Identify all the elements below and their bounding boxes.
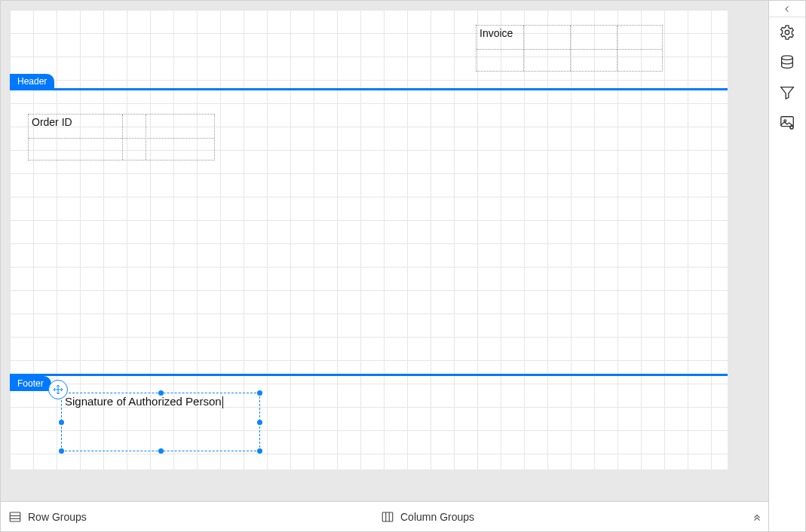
svg-rect-0: [10, 512, 20, 521]
side-panel: [769, 1, 805, 531]
svg-point-6: [785, 30, 789, 35]
textbox-order-id[interactable]: Order ID: [28, 114, 215, 161]
resize-handle-e[interactable]: [257, 420, 262, 425]
textbox-order-id-text: Order ID: [32, 116, 72, 128]
textbox-signature-text: Signature of Authorized Person: [62, 393, 259, 410]
side-icon-image-settings[interactable]: [771, 108, 804, 138]
resize-handle-s[interactable]: [158, 448, 164, 454]
row-groups-label: Row Groups: [28, 511, 87, 523]
gear-icon: [779, 24, 795, 41]
report-designer-app: Invoice Header Order ID: [0, 0, 806, 532]
design-canvas[interactable]: Invoice Header Order ID: [10, 10, 728, 469]
side-icon-data[interactable]: [771, 47, 804, 78]
side-icon-settings[interactable]: [771, 17, 804, 47]
chevron-left-icon: [783, 5, 792, 14]
section-line-footer-top[interactable]: [10, 374, 728, 376]
resize-handle-se[interactable]: [257, 448, 262, 454]
bottom-bar: Row Groups Column Groups: [1, 501, 768, 531]
funnel-icon: [779, 84, 795, 101]
resize-handle-sw[interactable]: [59, 448, 64, 454]
canvas-outer: Invoice Header Order ID: [1, 1, 768, 501]
textbox-invoice[interactable]: Invoice: [476, 25, 663, 72]
section-label-footer[interactable]: Footer: [10, 376, 51, 391]
section-label-footer-text: Footer: [17, 378, 44, 389]
move-icon: [52, 384, 64, 396]
svg-point-7: [782, 56, 793, 60]
section-line-header[interactable]: [10, 88, 728, 90]
svg-point-9: [784, 120, 786, 122]
row-groups-button[interactable]: Row Groups: [1, 510, 373, 524]
database-icon: [779, 54, 795, 71]
text-cursor: [222, 396, 223, 408]
collapse-side-panel-button[interactable]: [769, 1, 805, 17]
svg-rect-3: [382, 512, 393, 521]
section-label-header[interactable]: Header: [10, 74, 54, 89]
column-groups-button[interactable]: Column Groups: [373, 510, 746, 524]
rows-icon: [8, 510, 22, 524]
image-settings-icon: [779, 115, 795, 131]
column-groups-label: Column Groups: [400, 511, 474, 523]
chevrons-up-icon: [752, 512, 762, 522]
textbox-invoice-text: Invoice: [480, 27, 513, 39]
side-icon-filter[interactable]: [771, 78, 804, 108]
section-label-header-text: Header: [17, 76, 47, 87]
resize-handle-n[interactable]: [158, 390, 164, 396]
columns-icon: [381, 510, 394, 524]
resize-handle-ne[interactable]: [257, 390, 262, 396]
main-column: Invoice Header Order ID: [1, 1, 769, 531]
expand-panel-button[interactable]: [746, 512, 768, 522]
resize-handle-w[interactable]: [59, 420, 64, 425]
textbox-signature-selected[interactable]: Signature of Authorized Person: [61, 393, 260, 451]
move-handle[interactable]: [48, 380, 68, 399]
